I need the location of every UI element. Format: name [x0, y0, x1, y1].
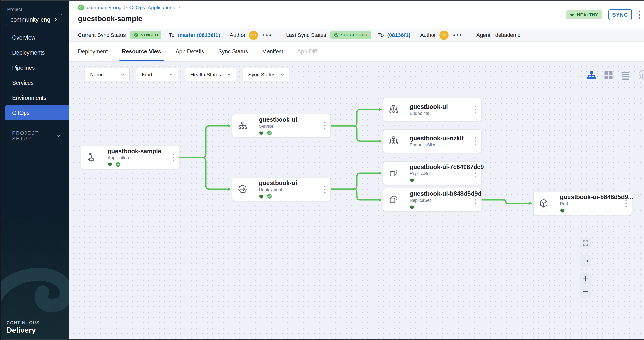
- node-menu-button[interactable]: [472, 188, 480, 211]
- grid-view-button[interactable]: [604, 70, 614, 80]
- brand-logo: CONTINUOUS Delivery: [6, 320, 40, 335]
- tab-resource-view[interactable]: Resource View: [122, 42, 162, 62]
- node-menu-button[interactable]: [321, 178, 329, 200]
- node-title: guestbook-ui-b848d5d9...: [560, 194, 622, 200]
- kebab-vertical-icon: [173, 153, 174, 162]
- zoom-in-button[interactable]: [580, 273, 591, 285]
- node-status-icons: [410, 204, 472, 210]
- node-menu-button[interactable]: [472, 162, 480, 184]
- node-card-application[interactable]: guestbook-sample Application: [81, 146, 180, 169]
- node-card-replicaset-2[interactable]: guestbook-ui-b848d5d9d ReplicaSet: [383, 188, 482, 212]
- filter-health-status-dropdown[interactable]: Health Status: [185, 68, 236, 81]
- node-menu-button[interactable]: [622, 192, 630, 215]
- filter-label: Sync Status: [248, 72, 276, 78]
- healthy-heart-icon: [259, 194, 264, 199]
- node-menu-button[interactable]: [472, 130, 480, 152]
- filter-bar: Name Kind Health Status Sync Status: [84, 68, 290, 81]
- project-selector[interactable]: community-eng: [6, 14, 62, 25]
- node-card-endpoints[interactable]: guestbook-ui Endpoints: [383, 98, 482, 121]
- kebab-vertical-icon: [324, 185, 326, 193]
- check-circle-icon: [334, 33, 339, 38]
- last-sync-more-button[interactable]: [453, 33, 462, 38]
- list-view-button[interactable]: [621, 70, 630, 80]
- chevron-down-icon: [120, 72, 125, 77]
- current-sync-more-button[interactable]: [262, 33, 271, 38]
- sidebar-item-pipelines[interactable]: Pipelines: [0, 60, 69, 75]
- filter-sync-status-dropdown[interactable]: Sync Status: [242, 68, 290, 81]
- resource-tree-canvas[interactable]: Name Kind Health Status Sync Status: [69, 62, 644, 340]
- tab-label: App Details: [176, 48, 204, 55]
- sync-button[interactable]: SYNC: [608, 10, 632, 20]
- divider: [404, 102, 404, 117]
- breadcrumb-section[interactable]: GitOps: Applications: [129, 4, 175, 10]
- filter-kind-dropdown[interactable]: Kind: [136, 68, 178, 81]
- last-sync-target-link[interactable]: (08136f1): [387, 32, 410, 38]
- sidebar-item-services[interactable]: Services: [0, 75, 69, 90]
- divider: [554, 196, 554, 211]
- plus-icon: [582, 276, 589, 282]
- filter-label: Kind: [142, 72, 152, 78]
- node-status-icons: [259, 130, 321, 136]
- current-sync-badge-label: SYNCED: [140, 33, 158, 38]
- to-label: To: [378, 32, 384, 38]
- node-menu-button[interactable]: [321, 114, 329, 137]
- node-card-deployment[interactable]: guestbook-ui Deployment: [232, 178, 331, 201]
- tab-deployment[interactable]: Deployment: [78, 42, 108, 62]
- grid-view-icon: [604, 71, 613, 80]
- replicaset-kind-icon: [383, 194, 404, 206]
- window-edge-top: [0, 0, 644, 1]
- current-sync-label: Current Sync Status: [78, 32, 126, 38]
- node-card-pod[interactable]: guestbook-ui-b848d5d9... Pod: [533, 192, 632, 215]
- tab-label: App Diff: [297, 48, 317, 55]
- author-avatar[interactable]: SC: [439, 30, 448, 40]
- node-card-replicaset-1[interactable]: guestbook-ui-7c64987dc9 ReplicaSet: [383, 162, 482, 185]
- current-sync-target-link[interactable]: master (08136f1): [178, 32, 220, 38]
- project-setup-toggle[interactable]: PROJECT SETUP: [12, 131, 61, 141]
- sidebar-item-label: Services: [12, 80, 34, 86]
- window-edge-bottom: [0, 339, 644, 340]
- sidebar-item-overview[interactable]: Overview: [0, 30, 69, 45]
- tab-app-details[interactable]: App Details: [176, 42, 204, 62]
- node-card-body: guestbook-ui Endpoints: [410, 103, 472, 116]
- node-menu-button[interactable]: [170, 146, 178, 169]
- node-card-body: guestbook-ui Service: [259, 116, 321, 136]
- chevron-down-icon: [56, 133, 61, 139]
- breadcrumb-separator: >: [178, 5, 180, 10]
- view-toggle-group: [587, 70, 644, 80]
- sidebar-item-deployments[interactable]: Deployments: [0, 45, 69, 60]
- author-avatar[interactable]: SC: [249, 30, 258, 40]
- filter-name-dropdown[interactable]: Name: [84, 68, 130, 81]
- cluster-view-button[interactable]: [638, 70, 644, 80]
- node-kind: Service: [259, 124, 321, 129]
- kebab-vertical-icon: [324, 122, 326, 130]
- author-label: Author: [230, 32, 246, 38]
- node-card-body: guestbook-ui-b848d5d9... Pod: [560, 194, 622, 213]
- node-kind: ReplicaSet: [410, 171, 472, 176]
- divider: [404, 166, 404, 181]
- divider: [278, 32, 279, 39]
- zoom-out-button[interactable]: [580, 286, 591, 297]
- node-kind: EndpointSlice: [410, 142, 472, 148]
- breadcrumb-project[interactable]: community-eng: [87, 4, 122, 10]
- kebab-vertical-icon: [625, 199, 627, 208]
- divider: [253, 182, 253, 197]
- header-actions: HEALTHY SYNC: [566, 1, 639, 29]
- heart-icon: [570, 13, 574, 17]
- sync-status-bar: Current Sync Status SYNCED To master (08…: [69, 29, 644, 42]
- node-menu-button[interactable]: [472, 98, 480, 121]
- fit-to-screen-button[interactable]: [580, 238, 591, 249]
- node-card-endpointslice[interactable]: guestbook-ui-nzklt EndpointSlice: [383, 130, 482, 153]
- tree-view-button[interactable]: [587, 70, 596, 80]
- sidebar-item-environments[interactable]: Environments: [0, 90, 69, 106]
- healthy-heart-icon: [410, 204, 415, 210]
- tab-bar: Deployment Resource View App Details Syn…: [69, 42, 644, 62]
- last-sync-badge-label: SUCCEEDED: [341, 33, 368, 38]
- tab-manifest[interactable]: Manifest: [262, 42, 283, 62]
- marquee-select-button[interactable]: [580, 256, 591, 267]
- kebab-vertical-icon: [475, 137, 477, 145]
- header-menu-button[interactable]: [638, 10, 642, 20]
- sidebar-item-gitops[interactable]: GitOps: [5, 106, 69, 120]
- tab-sync-status[interactable]: Sync Status: [218, 42, 248, 62]
- node-card-service[interactable]: guestbook-ui Service: [232, 114, 331, 138]
- cloud-network-icon: [638, 70, 644, 80]
